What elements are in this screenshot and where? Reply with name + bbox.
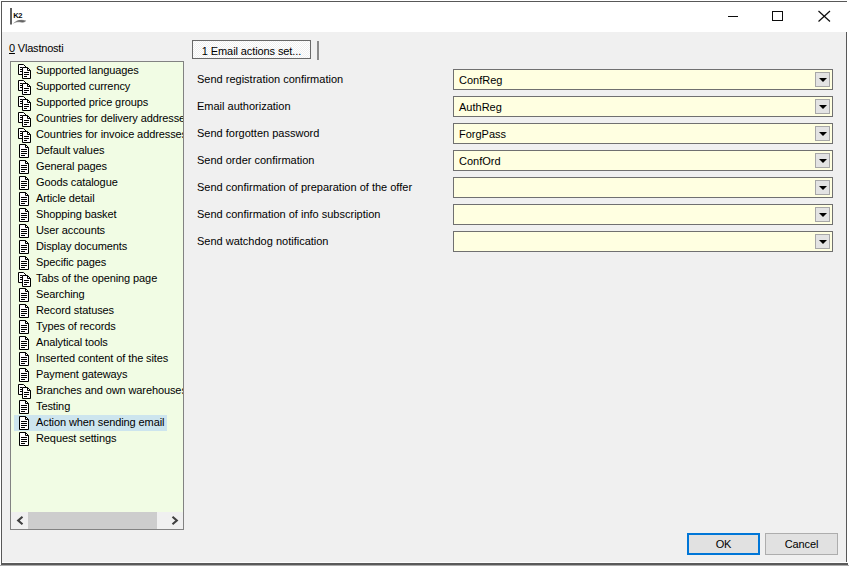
svg-text:K2: K2 [13, 11, 22, 20]
